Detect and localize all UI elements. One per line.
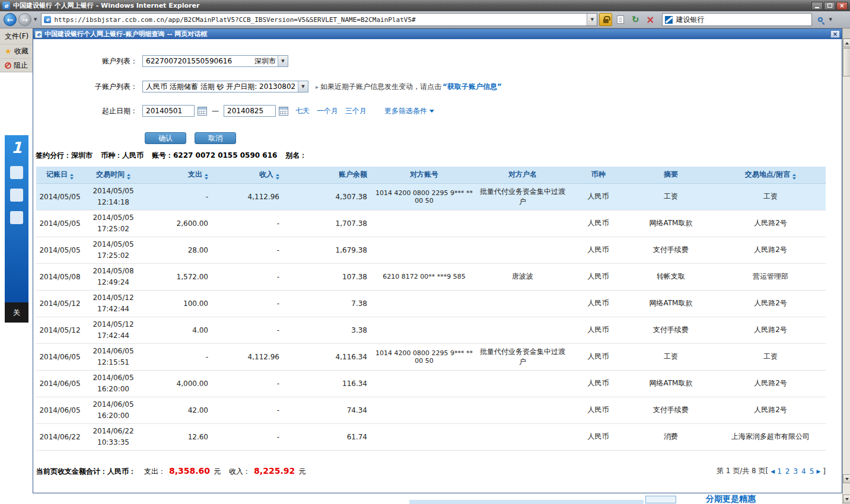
cell-currency: 人民币 xyxy=(570,183,626,210)
scroll-down-button[interactable] xyxy=(843,474,850,483)
start-date-input[interactable] xyxy=(142,105,195,117)
url-text[interactable]: https://ibsbjstar.ccb.com.cn/app/B2CMain… xyxy=(54,16,587,24)
dropdown-arrow-icon[interactable]: ▼ xyxy=(278,56,288,66)
ssl-lock-icon[interactable] xyxy=(599,13,612,26)
confirm-button[interactable]: 确认 xyxy=(145,132,186,144)
cell-counter_name: 批量代付业务资金集中过渡 户 xyxy=(475,343,570,370)
calendar-icon[interactable] xyxy=(198,107,207,116)
cancel-button[interactable]: 取消 xyxy=(195,132,236,144)
column-header[interactable]: 收入 xyxy=(214,167,285,183)
refresh-button[interactable]: ↻ xyxy=(629,13,642,26)
transaction-row[interactable]: 2014/05/052014/05/0517:25:022,600.00-1,7… xyxy=(36,210,826,237)
menu-file[interactable]: 文件(F) xyxy=(5,31,28,42)
ad-banner[interactable]: 1 xyxy=(5,135,28,302)
cell-counter_account: 1014 4200 0800 2295 9*** ** 00 50 xyxy=(373,343,475,370)
page-link[interactable]: 1 xyxy=(777,467,782,476)
scroll-up-button[interactable] xyxy=(843,39,850,47)
address-bar[interactable]: e https://ibsbjstar.ccb.com.cn/app/B2CMa… xyxy=(41,13,597,26)
maximize-button[interactable] xyxy=(824,2,835,10)
dialog-scrollbar[interactable] xyxy=(842,28,850,504)
account-select[interactable]: 6227007201550590616 深圳市 ▼ xyxy=(142,55,288,67)
total-out-value: 8,358.60 xyxy=(169,466,210,476)
quick-range-link[interactable]: 七天 xyxy=(295,106,310,116)
cell-counter_name: 唐波波 xyxy=(475,263,570,290)
column-header[interactable]: 记账日 xyxy=(36,167,84,183)
address-dropdown-icon[interactable]: ▼ xyxy=(587,14,597,25)
sort-icon[interactable] xyxy=(127,174,130,180)
transaction-row[interactable]: 2014/05/052014/05/0517:25:0228.00-1,679.… xyxy=(36,237,826,263)
column-header[interactable]: 支出 xyxy=(143,167,214,183)
search-icon[interactable] xyxy=(814,13,827,26)
prev-page-button[interactable]: ◀ xyxy=(771,468,775,474)
quick-range-link[interactable]: 一个月 xyxy=(317,106,338,116)
end-date-input[interactable] xyxy=(224,105,276,117)
cell-balance: 1,679.38 xyxy=(285,237,373,263)
sort-icon[interactable] xyxy=(70,174,74,180)
page-link[interactable]: 2 xyxy=(785,467,790,476)
cell-place: 人民路2号 xyxy=(715,397,826,423)
dialog-titlebar: e 中国建设银行个人网上银行-账户明细查询 -- 网页对话框 × xyxy=(33,29,842,39)
cell-counter_account xyxy=(373,423,475,450)
page-link[interactable]: 3 xyxy=(793,467,798,476)
cell-summary: 网络ATM取款 xyxy=(626,370,715,397)
page-link[interactable]: 4 xyxy=(801,467,806,476)
column-header[interactable]: 交易地点/附言 xyxy=(715,167,826,183)
form-buttons: 确认 取消 xyxy=(145,132,842,144)
search-dropdown-icon[interactable]: ▼ xyxy=(829,17,832,22)
page-background-left: 1 关 xyxy=(0,72,33,504)
search-box[interactable]: 建设银行 xyxy=(662,13,812,26)
forward-button[interactable]: → xyxy=(18,13,31,26)
subaccount-select[interactable]: 人民币 活期储蓄 活期 钞 开户日期: 20130802 ▼ xyxy=(142,81,308,92)
sort-icon[interactable] xyxy=(205,174,208,180)
minimize-button[interactable] xyxy=(811,2,823,10)
refresh-subaccount-link[interactable]: “获取子账户信息” xyxy=(442,82,502,92)
block-label[interactable]: 阻止 xyxy=(14,60,28,71)
transaction-row[interactable]: 2014/06/222014/06/2210:33:3512.60-61.74人… xyxy=(36,423,826,450)
dropdown-arrow-icon[interactable]: ▼ xyxy=(298,81,308,92)
cell-time: 2014/06/0512:15:51 xyxy=(84,343,143,370)
quick-range-link[interactable]: 三个月 xyxy=(345,106,367,116)
cell-summary: 消费 xyxy=(626,423,715,450)
transaction-row[interactable]: 2014/05/052014/05/0512:14:18-4,112.964,3… xyxy=(36,183,826,210)
more-filters-link[interactable]: 更多筛选条件 xyxy=(384,106,434,116)
column-header: 摘要 xyxy=(626,167,715,183)
cell-place: 上海家润多超市有限公司 xyxy=(715,423,826,450)
totals-line: 当前页收支金额合计：人民币： 支出： 8,358.60 元 收入： 8,225.… xyxy=(36,466,305,477)
cell-date: 2014/05/12 xyxy=(36,317,84,343)
page-links: 12345 xyxy=(777,467,814,476)
favorites-star-icon: ★ xyxy=(5,47,12,56)
sort-icon[interactable] xyxy=(792,174,796,180)
cell-place: 人民路2号 xyxy=(715,237,826,263)
stop-button[interactable]: × xyxy=(644,13,657,26)
page-link[interactable]: 5 xyxy=(810,467,814,476)
favorites-label[interactable]: 收藏 xyxy=(14,46,28,56)
transaction-row[interactable]: 2014/06/052014/06/0516:20:004,000.00-116… xyxy=(36,370,826,397)
transaction-row[interactable]: 2014/05/082014/05/0812:49:241,572.00-107… xyxy=(36,263,826,290)
transaction-row[interactable]: 2014/05/122014/05/1217:42:44100.00-7.38人… xyxy=(36,290,826,317)
table-footer: 当前页收支金额合计：人民币： 支出： 8,358.60 元 收入： 8,225.… xyxy=(36,466,826,477)
window-controls: × xyxy=(811,2,848,10)
close-button[interactable]: × xyxy=(836,2,848,10)
search-text[interactable]: 建设银行 xyxy=(676,15,704,25)
banner-glyph xyxy=(10,166,23,179)
column-header[interactable]: 交易时间 xyxy=(84,167,143,183)
cell-counter_name xyxy=(475,317,570,343)
cell-date: 2014/06/05 xyxy=(36,397,84,423)
dialog-close-button[interactable]: × xyxy=(830,30,840,38)
page-info-suffix: ] xyxy=(823,467,826,476)
left-page-strip: 文件(F) ★ 收藏 阻止 1 关 xyxy=(0,28,33,504)
scrollbar-thumb[interactable] xyxy=(843,48,850,76)
banner-glyph xyxy=(10,211,23,224)
ad-close-button[interactable]: 关 xyxy=(5,302,28,323)
sort-icon[interactable] xyxy=(276,174,279,180)
page-scroll-down-button[interactable] xyxy=(843,495,850,503)
transaction-row[interactable]: 2014/06/052014/06/0516:20:0042.00-74.34人… xyxy=(36,397,826,423)
transaction-row[interactable]: 2014/06/052014/06/0512:15:51-4,112.964,1… xyxy=(36,343,826,370)
account-city: 深圳市 xyxy=(254,56,278,66)
next-page-button[interactable]: ▶ xyxy=(816,468,820,474)
transaction-row[interactable]: 2014/05/122014/05/1217:42:444.00-3.38人民币… xyxy=(36,317,826,343)
calendar-icon[interactable] xyxy=(279,107,288,116)
compatibility-view-icon[interactable] xyxy=(614,13,627,26)
back-button[interactable]: ← xyxy=(4,13,17,26)
history-dropdown-icon[interactable]: ▼ xyxy=(34,17,37,22)
